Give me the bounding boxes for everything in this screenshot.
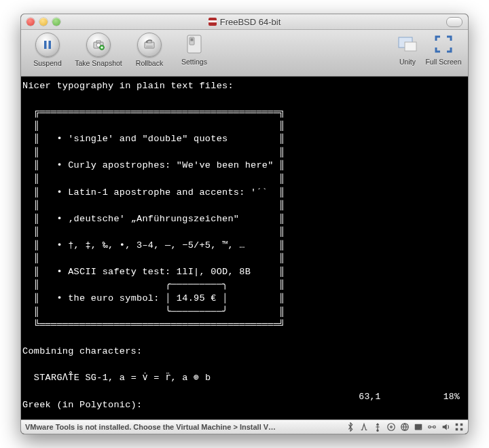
rollback-button[interactable]: Rollback xyxy=(127,33,172,67)
term-line: ║ • 'single' and "double" quotes ║ xyxy=(34,132,285,146)
term-line: ║ ╰─────────╯ ║ xyxy=(34,305,285,319)
status-bar: VMware Tools is not installed. Choose th… xyxy=(21,419,468,434)
term-line: ║ • ASCII safety test: 1lI|, 0OD, 8B ║ xyxy=(34,265,285,279)
bluetooth-icon[interactable] xyxy=(346,422,355,432)
snapshot-icon xyxy=(86,33,111,57)
titlebar-pill-button[interactable] xyxy=(446,17,463,27)
usb-icon[interactable] xyxy=(373,422,382,432)
term-border: ║ ║ xyxy=(34,252,285,265)
term-border: ║ ║ xyxy=(34,146,285,160)
term-line: STARGΛ̊TE SG-1, a = v̇ = r̈, a ⊕ b xyxy=(22,371,211,385)
scroll-percent: 18% xyxy=(443,391,460,404)
zoom-icon[interactable] xyxy=(52,18,60,26)
traffic-lights xyxy=(26,18,60,26)
svg-point-20 xyxy=(429,426,431,428)
cursor-position: 63,1 xyxy=(359,391,380,404)
vim-status: 63,1 18% xyxy=(359,391,460,404)
toolbar: Suspend Take Snapshot Rollback Settings xyxy=(21,30,468,77)
rollback-icon xyxy=(137,33,162,57)
settings-label: Settings xyxy=(181,58,207,66)
minimize-icon[interactable] xyxy=(39,18,48,26)
svg-rect-22 xyxy=(456,424,458,426)
globe-icon[interactable] xyxy=(400,422,410,432)
svg-rect-3 xyxy=(96,41,101,43)
freebsd-icon xyxy=(209,18,217,26)
term-border: ║ ║ xyxy=(34,172,285,186)
term-line: ║ ╭─────────╮ ║ xyxy=(34,278,285,292)
svg-point-16 xyxy=(391,426,393,428)
unity-icon xyxy=(396,33,419,56)
term-line: ║ • ‚deutsche' „Anführungszeichen" ║ xyxy=(34,212,285,226)
term-line: ║ • †, ‡, ‰, •, 3–4, —, −5/+5, ™, … ║ xyxy=(34,239,285,253)
terminal-content[interactable]: Nicer typography in plain text files: ╔═… xyxy=(21,77,468,416)
take-snapshot-button[interactable]: Take Snapshot xyxy=(70,33,127,67)
snapshot-label: Take Snapshot xyxy=(75,59,122,67)
fullscreen-button[interactable]: Full Screen xyxy=(423,33,464,66)
fullscreen-icon xyxy=(432,33,455,56)
status-message[interactable]: VMware Tools is not installed. Choose th… xyxy=(25,423,276,431)
settings-button[interactable]: Settings xyxy=(172,33,217,66)
term-heading: Nicer typography in plain text files: xyxy=(22,79,234,93)
svg-point-21 xyxy=(433,426,436,428)
term-border: ║ ║ xyxy=(34,199,285,212)
svg-point-19 xyxy=(420,428,422,430)
vm-window: FreeBSD 64-bit Suspend Take Snapshot Rol… xyxy=(20,14,469,434)
rollback-label: Rollback xyxy=(136,59,163,67)
fullscreen-label: Full Screen xyxy=(425,58,461,66)
disc-icon[interactable] xyxy=(386,422,396,432)
sound-icon[interactable] xyxy=(441,422,450,432)
term-border: ╔═══════════════════════════════════════… xyxy=(34,106,285,119)
pause-icon xyxy=(35,33,60,57)
term-line: ║ • the euro symbol: │ 14.95 € │ ║ xyxy=(34,292,285,305)
svg-rect-13 xyxy=(405,42,416,51)
unity-button[interactable]: Unity xyxy=(392,33,423,66)
network-icon[interactable] xyxy=(359,422,369,432)
term-line: ║ • Latin-1 apostrophe and accents: '´` … xyxy=(34,186,285,200)
svg-rect-1 xyxy=(49,41,52,49)
status-icons xyxy=(346,422,464,432)
window-title-text: FreeBSD 64-bit xyxy=(220,17,281,27)
suspend-label: Suspend xyxy=(33,59,61,67)
close-icon[interactable] xyxy=(26,18,35,26)
suspend-button[interactable]: Suspend xyxy=(25,33,70,67)
link-icon[interactable] xyxy=(427,422,437,432)
hdd-icon[interactable] xyxy=(414,422,423,432)
settings-icon xyxy=(183,33,206,56)
svg-rect-23 xyxy=(460,424,463,426)
grid-icon[interactable] xyxy=(454,422,464,432)
term-border: ╚═══════════════════════════════════════… xyxy=(34,318,285,332)
term-border: ║ ║ xyxy=(34,119,285,133)
window-title: FreeBSD 64-bit xyxy=(21,17,468,27)
svg-rect-0 xyxy=(44,41,47,49)
term-border: ║ ║ xyxy=(34,225,285,239)
svg-rect-8 xyxy=(146,45,153,48)
term-section: Greek (in Polytonic): xyxy=(22,398,142,412)
titlebar[interactable]: FreeBSD 64-bit xyxy=(21,14,468,30)
svg-rect-11 xyxy=(191,39,194,41)
svg-rect-25 xyxy=(460,428,463,431)
svg-point-14 xyxy=(377,430,378,431)
svg-rect-24 xyxy=(456,428,458,431)
svg-point-15 xyxy=(388,424,395,431)
term-line: ║ • Curly apostrophes: "We've been here"… xyxy=(34,159,285,172)
unity-label: Unity xyxy=(399,58,416,66)
term-section: Combining characters: xyxy=(22,345,142,358)
